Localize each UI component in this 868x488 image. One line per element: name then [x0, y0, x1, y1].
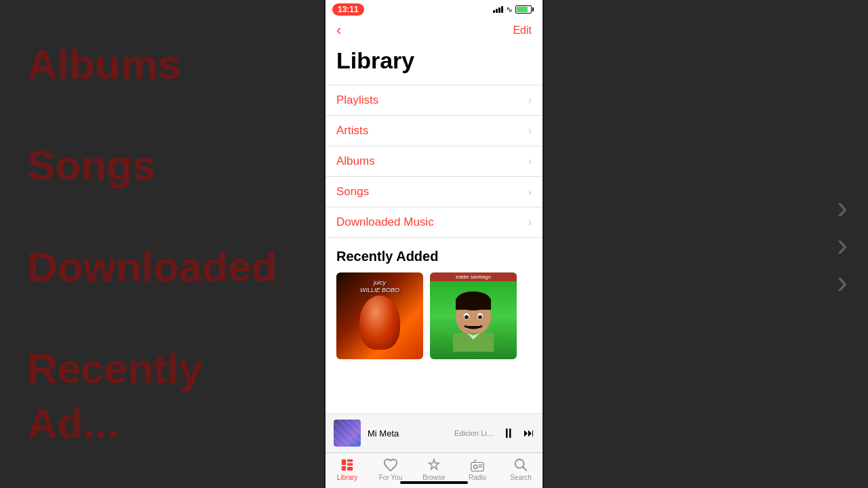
status-time: 13:11 [332, 3, 364, 16]
artists-label: Artists [336, 124, 368, 138]
svg-rect-14 [347, 467, 353, 471]
downloaded-music-label: Downloaded Music [336, 216, 434, 229]
np-song-extra: Edicion Lim... [454, 429, 495, 437]
bar-1 [493, 10, 495, 13]
tab-for-you[interactable]: For You [372, 458, 410, 481]
tab-browse-label: Browse [422, 474, 445, 481]
tab-for-you-label: For You [379, 474, 402, 481]
forward-button[interactable]: ⏭ [524, 427, 534, 439]
album-eddie-banner: eddie santiago [430, 272, 517, 281]
chevron-icon-artists: › [528, 125, 532, 137]
svg-rect-2 [456, 299, 491, 310]
album-juicy-text: juicyWILLIE BOBO [336, 279, 423, 294]
sidebar-item-albums[interactable]: Albums › [326, 146, 542, 177]
search-icon [513, 458, 528, 472]
album-juicy-shape [359, 296, 400, 350]
library-icon [340, 458, 355, 472]
bg-text-downloaded: Downloaded [27, 240, 297, 295]
battery-icon [515, 5, 532, 14]
tab-browse[interactable]: Browse [416, 458, 453, 481]
wifi-icon: ∿ [506, 5, 513, 14]
back-button[interactable]: ‹ [336, 22, 341, 39]
home-indicator [400, 481, 468, 484]
radio-icon [470, 458, 485, 472]
svg-rect-11 [342, 466, 346, 470]
chevron-icon-albums: › [528, 155, 532, 167]
tab-library[interactable]: Library [329, 458, 366, 481]
svg-point-5 [465, 315, 469, 319]
phone-container: 13:11 ∿ ‹ Edit Library Playlists › Artis… [326, 0, 542, 488]
recently-added-title: Recently Added [336, 249, 532, 264]
tab-search[interactable]: Search [502, 458, 540, 481]
songs-label: Songs [336, 185, 369, 199]
albums-label: Albums [336, 155, 375, 168]
sidebar-item-artists[interactable]: Artists › [326, 116, 542, 146]
chevron-icon-songs: › [528, 186, 532, 198]
playlists-label: Playlists [336, 94, 378, 107]
recently-added-section: Recently Added juicyWILLIE BOBO eddie sa… [326, 238, 542, 365]
bg-text-songs: Songs [27, 138, 297, 193]
chevron-icon-downloaded: › [528, 216, 532, 228]
sidebar-item-playlists[interactable]: Playlists › [326, 85, 542, 116]
signal-bars [493, 6, 503, 13]
album-card-eddie[interactable]: eddie santiago [430, 272, 517, 359]
np-controls: ⏸ ⏭ [502, 426, 534, 441]
np-album-inner [334, 420, 361, 447]
bar-3 [498, 7, 500, 13]
background-right: › › › [544, 0, 868, 488]
album-grid: juicyWILLIE BOBO eddie santiago [336, 272, 532, 359]
tab-radio-label: Radio [469, 474, 486, 481]
now-playing-bar[interactable]: Mi Meta Edicion Lim... ⏸ ⏭ [326, 413, 542, 453]
background-left: Albums Songs Downloaded Recently Ad... [0, 0, 324, 488]
bar-4 [501, 6, 503, 13]
tab-library-label: Library [337, 474, 358, 481]
pause-button[interactable]: ⏸ [502, 426, 515, 441]
album-card-juicy[interactable]: juicyWILLIE BOBO [336, 272, 423, 359]
library-list: Playlists › Artists › Albums › Songs › D… [326, 85, 542, 238]
svg-line-21 [523, 467, 527, 471]
bar-2 [496, 9, 498, 13]
bg-text-albums: Albums [27, 37, 297, 92]
header: ‹ Edit [326, 19, 542, 45]
status-icons: ∿ [493, 5, 532, 14]
album-eddie-face [430, 272, 517, 359]
np-album-art [334, 420, 361, 447]
svg-point-16 [474, 465, 478, 469]
page-title: Library [326, 45, 542, 85]
status-bar: 13:11 ∿ [326, 0, 542, 19]
bg-arrow-2: › [564, 226, 848, 263]
sidebar-item-downloaded-music[interactable]: Downloaded Music › [326, 207, 542, 238]
np-song-title: Mi Meta [368, 428, 448, 439]
svg-line-19 [474, 460, 477, 463]
tab-search-label: Search [510, 474, 532, 481]
chevron-icon-playlists: › [528, 94, 532, 106]
svg-point-6 [478, 315, 482, 319]
bg-arrow-1: › [564, 188, 848, 226]
bg-arrow-3: › [564, 263, 848, 300]
face-svg [450, 291, 497, 352]
bg-text-recently: Recently Ad... [27, 342, 297, 451]
battery-fill [517, 7, 528, 12]
svg-rect-12 [347, 460, 353, 462]
sidebar-item-songs[interactable]: Songs › [326, 177, 542, 207]
svg-rect-10 [342, 460, 346, 465]
edit-button[interactable]: Edit [513, 24, 532, 37]
browse-icon [427, 458, 441, 472]
tab-radio[interactable]: Radio [459, 458, 496, 481]
svg-rect-13 [347, 463, 353, 466]
for-you-icon [383, 458, 398, 472]
